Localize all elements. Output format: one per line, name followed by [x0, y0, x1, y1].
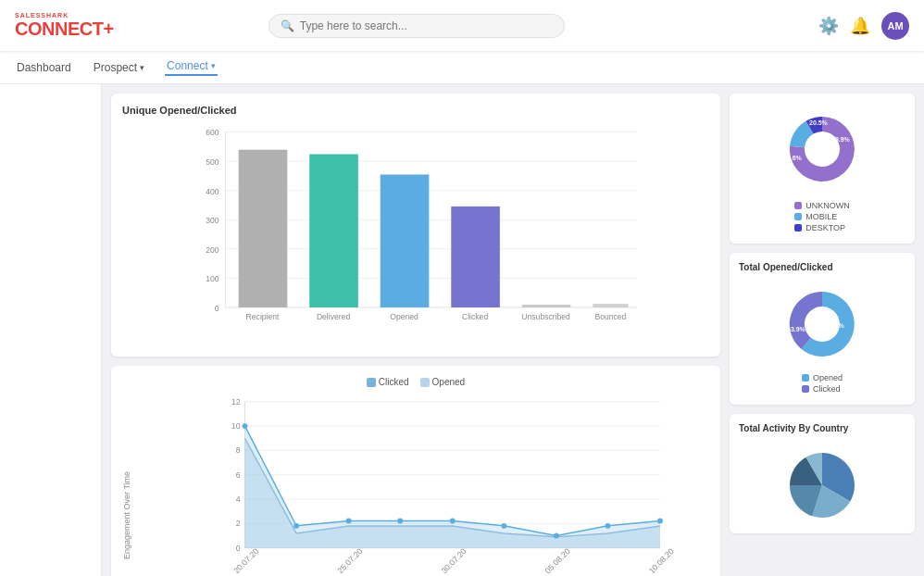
svg-text:49.9%: 49.9% [831, 136, 851, 143]
bar-bounced [593, 304, 628, 307]
svg-text:0: 0 [236, 544, 241, 553]
svg-text:Unsubscribed: Unsubscribed [521, 312, 570, 321]
legend-opened: Opened [420, 377, 466, 387]
svg-text:2: 2 [236, 519, 241, 528]
opened-label: Opened [432, 377, 466, 387]
country-card: Total Activity By Country [730, 414, 915, 533]
country-title: Total Activity By Country [739, 423, 905, 433]
main-layout: Unique Opened/Clicked 0 [0, 84, 924, 576]
svg-text:Bounced: Bounced [594, 312, 626, 321]
clicked-legend-icon [367, 378, 376, 387]
bar-clicked [451, 207, 500, 307]
bar-delivered [309, 154, 358, 307]
svg-text:Recipient: Recipient [246, 312, 280, 321]
mobile-legend-item: MOBILE [794, 212, 850, 221]
svg-text:10.08.20: 10.08.20 [647, 546, 676, 573]
chevron-down-icon: ▾ [140, 63, 144, 72]
logo: SALESSHARK CONNECT+ [15, 12, 114, 40]
svg-text:20.5%: 20.5% [809, 119, 829, 126]
logo-top-text: SALESSHARK [15, 12, 114, 19]
desktop-legend-dot [794, 224, 802, 232]
bar-unsubscribed [522, 305, 571, 307]
svg-text:300: 300 [206, 216, 219, 225]
svg-text:05.08.20: 05.08.20 [543, 546, 572, 573]
opened-legend-icon [420, 378, 430, 387]
avatar[interactable]: AM [881, 12, 909, 40]
settings-icon[interactable]: ⚙️ [818, 16, 839, 36]
device-donut-card: 49.9% 29.6% 20.5% UNKNOWN MOBILE [730, 94, 915, 244]
topnav: SALESSHARK CONNECT+ 🔍 ⚙️ 🔔 AM [0, 0, 924, 51]
mobile-legend-dot [794, 213, 802, 220]
svg-text:10: 10 [231, 421, 241, 431]
clicked-area [245, 426, 661, 548]
point-clicked [243, 423, 248, 429]
svg-text:Clicked: Clicked [462, 312, 488, 321]
device-donut-svg: 49.9% 29.6% 20.5% [753, 103, 892, 195]
svg-text:Opened: Opened [390, 312, 418, 321]
svg-text:6: 6 [236, 470, 241, 480]
line-chart-legend: Clicked Opened [122, 377, 709, 387]
svg-text:400: 400 [206, 187, 219, 196]
svg-text:200: 200 [206, 245, 219, 255]
unknown-legend-dot [794, 202, 802, 209]
total-opened-card: Total Opened/Clicked 36.5% 63.9% [730, 253, 915, 405]
device-donut-container: 49.9% 29.6% 20.5% UNKNOWN MOBILE [739, 103, 905, 234]
svg-text:63.9%: 63.9% [787, 326, 806, 332]
svg-text:29.6%: 29.6% [783, 155, 803, 161]
search-icon: 🔍 [281, 19, 294, 32]
subnav-connect[interactable]: Connect ▾ [165, 59, 218, 76]
point-clicked [554, 533, 559, 539]
total-opened-title: Total Opened/Clicked [739, 262, 905, 272]
point-clicked [293, 523, 299, 529]
desktop-legend-item: DESKTOP [794, 223, 850, 232]
svg-text:4: 4 [236, 495, 241, 504]
unknown-legend-label: UNKNOWN [805, 201, 850, 210]
svg-text:36.5%: 36.5% [826, 322, 845, 329]
bar-chart-card: Unique Opened/Clicked 0 [111, 94, 720, 357]
bar-opened [381, 174, 430, 307]
line-chart-card: Clicked Opened Engagement Over Time [111, 366, 720, 576]
point-clicked [450, 519, 456, 524]
subnav-prospect[interactable]: Prospect ▾ [92, 61, 146, 74]
svg-text:25.07.20: 25.07.20 [335, 546, 364, 573]
total-opened-svg: 36.5% 63.9% [757, 280, 887, 368]
clicked-dot [802, 385, 809, 393]
country-svg [757, 441, 887, 524]
clicked-legend-item: Clicked [802, 384, 843, 394]
opened-dot [802, 374, 809, 382]
sidebar [0, 84, 102, 576]
bar-recipient [239, 150, 288, 307]
notification-icon[interactable]: 🔔 [850, 16, 870, 36]
search-bar[interactable]: 🔍 [268, 14, 565, 38]
device-legend: UNKNOWN MOBILE DESKTOP [794, 201, 850, 234]
unknown-legend-item: UNKNOWN [794, 201, 850, 210]
logo-main-text: CONNECT+ [15, 19, 114, 40]
legend-clicked: Clicked [367, 377, 409, 387]
subnav-dashboard[interactable]: Dashboard [15, 61, 73, 74]
svg-text:8: 8 [236, 445, 241, 455]
country-donut-container [739, 441, 905, 524]
line-chart-svg: 0 2 4 6 8 10 12 [150, 393, 737, 573]
mobile-legend-label: MOBILE [805, 212, 837, 221]
point-clicked [606, 523, 611, 529]
svg-text:500: 500 [206, 157, 219, 167]
nav-icons: ⚙️ 🔔 AM [818, 12, 909, 40]
bar-chart-svg: 0 100 200 300 400 500 600 Recipient D [122, 123, 709, 327]
opened-legend-text: Opened [813, 373, 843, 382]
svg-text:0: 0 [215, 304, 219, 313]
clicked-label: Clicked [379, 377, 409, 387]
search-input[interactable] [300, 19, 553, 32]
content-area: Unique Opened/Clicked 0 [102, 84, 924, 576]
total-opened-legend: Opened Clicked [802, 373, 843, 395]
svg-text:12: 12 [231, 397, 241, 407]
chevron-down-icon: ▾ [211, 61, 216, 70]
point-clicked [397, 519, 403, 524]
svg-text:Delivered: Delivered [317, 312, 351, 321]
point-clicked [346, 519, 352, 524]
subnav: Dashboard Prospect ▾ Connect ▾ [0, 51, 924, 84]
line-chart-area: Engagement Over Time 0 [122, 393, 709, 576]
total-opened-container: 36.5% 63.9% Opened Clicked [739, 280, 905, 395]
right-panel: 49.9% 29.6% 20.5% UNKNOWN MOBILE [730, 94, 915, 567]
bar-chart-area: 0 100 200 300 400 500 600 Recipient D [122, 123, 709, 345]
clicked-segment [790, 292, 822, 349]
